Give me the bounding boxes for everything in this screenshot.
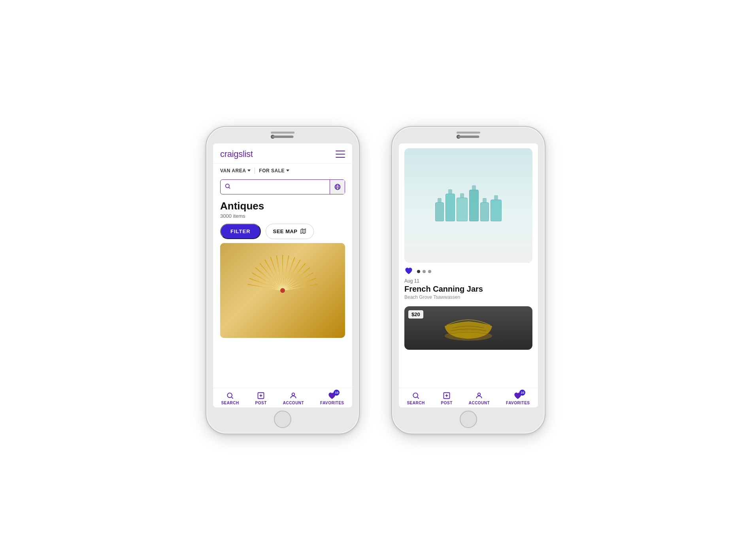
area-chevron-icon — [247, 170, 251, 172]
fan-background — [220, 243, 345, 338]
svg-point-20 — [478, 393, 481, 396]
nav-post[interactable]: POST — [255, 391, 267, 405]
svg-point-3 — [336, 184, 339, 190]
svg-line-1 — [229, 187, 230, 189]
post2-nav-label: POST — [441, 401, 453, 405]
phone2-content: $65 — [399, 143, 538, 407]
phone1-header: craigslist — [213, 143, 352, 164]
svg-point-0 — [226, 184, 229, 187]
fan-center-dot — [280, 288, 285, 293]
phone-2: $65 — [391, 126, 545, 434]
post-nav-label: POST — [255, 401, 267, 405]
area-filter-button[interactable]: VAN AREA — [220, 168, 251, 173]
account-nav-icon — [289, 391, 298, 400]
bottle-6 — [491, 200, 502, 221]
image-dots — [417, 270, 431, 273]
phone-1-screen: craigslist VAN AREA FOR SALE — [213, 143, 352, 407]
action-row: FILTER SEE MAP — [213, 220, 352, 243]
bottom-nav: SEARCH POST — [213, 388, 352, 407]
favorites2-nav-icon: 10 — [513, 391, 522, 400]
globe-button[interactable] — [330, 180, 345, 194]
nav2-account[interactable]: ACCOUNT — [469, 391, 490, 405]
search-nav-icon — [226, 391, 234, 400]
spacer — [399, 350, 538, 388]
svg-point-8 — [227, 393, 232, 398]
svg-line-9 — [232, 397, 233, 398]
nav-search[interactable]: SEARCH — [221, 391, 239, 405]
favorite-heart-icon[interactable] — [404, 267, 413, 277]
listing-1-location: Beach Grove Tsawwassen — [404, 294, 532, 300]
category-filter-button[interactable]: FOR SALE — [259, 168, 289, 173]
listing-title: Antiques — [220, 200, 345, 212]
listing-2-price-badge: $20 — [408, 310, 423, 319]
nav-account[interactable]: ACCOUNT — [283, 391, 304, 405]
favorites2-nav-label: FAVORITES — [506, 401, 530, 405]
svg-point-2 — [335, 184, 340, 190]
listing-1-card[interactable]: $65 — [404, 148, 532, 263]
search-icon — [221, 183, 235, 191]
account2-nav-label: ACCOUNT — [469, 401, 490, 405]
menu-icon[interactable] — [336, 151, 345, 158]
bottles-group — [435, 190, 502, 221]
search-input[interactable] — [235, 184, 330, 190]
home-button-2[interactable] — [460, 411, 477, 428]
nav2-search[interactable]: SEARCH — [407, 391, 425, 405]
fan-decoration — [243, 251, 322, 330]
account2-nav-icon — [475, 391, 483, 400]
listing-title-section: Antiques 3000 items — [213, 198, 352, 220]
home-button[interactable] — [274, 411, 291, 428]
bottles-image — [404, 148, 532, 263]
listing-count: 3000 items — [220, 213, 345, 219]
filter-row: VAN AREA FOR SALE — [213, 164, 352, 177]
bottle-4 — [469, 190, 479, 221]
listing-1-title: French Canning Jars — [404, 285, 532, 294]
bottle-3 — [457, 198, 468, 221]
bowl-image — [404, 306, 532, 350]
see-map-button[interactable]: SEE MAP — [266, 224, 314, 239]
listing-2-card[interactable]: $20 — [404, 306, 532, 350]
favorites-nav-icon: 10 — [328, 391, 336, 400]
filter-button[interactable]: FILTER — [220, 224, 261, 239]
listing-1-info: Aug 11 French Canning Jars Beach Grove T… — [399, 263, 538, 302]
search-nav-label: SEARCH — [221, 401, 239, 405]
bowl-svg — [441, 314, 496, 342]
search2-nav-label: SEARCH — [407, 401, 425, 405]
dot-3 — [428, 270, 431, 273]
phone2-speaker — [458, 136, 479, 138]
favorites-badge: 10 — [334, 390, 340, 396]
search2-nav-icon — [411, 391, 420, 400]
search-bar — [220, 179, 345, 194]
bottom-nav-2: SEARCH POST — [399, 388, 538, 407]
filter-divider — [255, 168, 255, 174]
nav-favorites[interactable]: 10 FAVORITES — [320, 391, 344, 405]
favorites2-badge: 10 — [519, 390, 525, 396]
svg-line-16 — [417, 397, 419, 398]
dot-1 — [417, 270, 420, 273]
bottle-1 — [435, 202, 444, 221]
listing-1-image[interactable]: $100 — [220, 243, 345, 338]
listing-1-controls — [404, 267, 532, 277]
dot-2 — [423, 270, 426, 273]
svg-point-13 — [292, 393, 295, 396]
post2-nav-icon — [442, 391, 451, 400]
phone-2-screen: $65 — [399, 143, 538, 407]
bottle-5 — [480, 202, 489, 221]
account-nav-label: ACCOUNT — [283, 401, 304, 405]
category-chevron-icon — [286, 170, 289, 172]
post-nav-icon — [257, 391, 265, 400]
svg-point-15 — [413, 393, 418, 398]
phone-speaker — [272, 136, 294, 138]
favorites-nav-label: FAVORITES — [320, 401, 344, 405]
craigslist-logo: craigslist — [220, 149, 253, 159]
listing-1-date: Aug 11 — [404, 278, 532, 284]
nav2-post[interactable]: POST — [441, 391, 453, 405]
nav2-favorites[interactable]: 10 FAVORITES — [506, 391, 530, 405]
bottle-2 — [445, 194, 455, 221]
phone-1: craigslist VAN AREA FOR SALE — [206, 126, 360, 434]
